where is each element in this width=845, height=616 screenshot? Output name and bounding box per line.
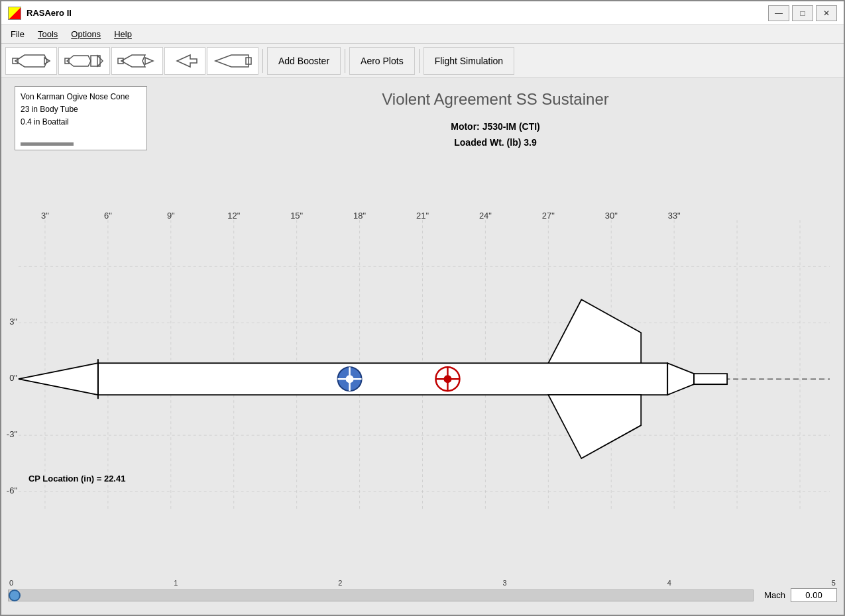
svg-text:-6": -6" (7, 486, 18, 495)
title-bar-left: RASAero II (8, 7, 72, 20)
nose-cone-button[interactable] (207, 47, 258, 75)
info-panel: Von Karman Ogive Nose Cone 23 in Body Tu… (1, 78, 844, 156)
svg-text:15": 15" (290, 211, 303, 221)
mach-label-4: 4 (667, 579, 671, 587)
title-bar: RASAero II — □ ✕ (1, 1, 844, 25)
slider-row: Mach 0.00 (8, 588, 837, 602)
svg-text:6": 6" (104, 211, 112, 221)
menu-options[interactable]: Options (64, 27, 107, 41)
menu-bar: File Tools Options Help (1, 25, 844, 44)
toolbar-separator (262, 49, 263, 73)
motor-line: Motor: J530-IM (CTI) (160, 119, 830, 135)
svg-text:0": 0" (9, 373, 17, 383)
svg-marker-49 (548, 395, 641, 458)
svg-text:27": 27" (542, 211, 555, 221)
minimize-button[interactable]: — (768, 5, 789, 21)
maximize-button[interactable]: □ (792, 5, 813, 21)
arrow-back-button[interactable] (164, 47, 205, 75)
rocket-name: Violent Agreement SS Sustainer (160, 90, 830, 109)
parts-list: Von Karman Ogive Nose Cone 23 in Body Tu… (15, 86, 147, 150)
menu-tools[interactable]: Tools (31, 27, 64, 41)
part-1: Von Karman Ogive Nose Cone (21, 91, 141, 103)
toolbar-separator-2 (345, 49, 345, 73)
motor-info: Motor: J530-IM (CTI) Loaded Wt. (lb) 3.9 (160, 119, 830, 151)
rocket-svg: 3" 6" 9" 12" 15" 18" 21" 24" 27" 30" 33"… (5, 156, 840, 575)
mach-label: Mach (764, 590, 785, 600)
add-booster-button[interactable]: Add Booster (267, 47, 341, 75)
svg-text:12": 12" (227, 211, 240, 221)
rocket-icon-1-button[interactable] (5, 47, 57, 75)
parts-divider (21, 142, 74, 146)
svg-text:30": 30" (605, 211, 618, 221)
flight-simulation-button[interactable]: Flight Simulation (423, 47, 515, 75)
aero-plots-button[interactable]: Aero Plots (349, 47, 415, 75)
rocket-icon-2-button[interactable] (58, 47, 110, 75)
svg-text:3": 3" (9, 317, 17, 327)
mach-label-1: 1 (174, 579, 178, 587)
svg-marker-8 (145, 58, 153, 64)
loaded-wt-line: Loaded Wt. (lb) 3.9 (160, 135, 830, 151)
svg-marker-0 (15, 55, 47, 67)
svg-text:-3": -3" (7, 429, 18, 439)
part-3: 0.4 in Boattail (21, 116, 141, 128)
svg-rect-51 (694, 374, 727, 384)
mach-label-5: 5 (832, 579, 836, 587)
svg-text:CP Location (in) = 22.41: CP Location (in) = 22.41 (28, 474, 125, 484)
svg-point-55 (346, 375, 354, 383)
rocket-icon-3-button[interactable] (111, 47, 163, 75)
svg-marker-50 (667, 363, 694, 395)
toolbar-separator-3 (419, 49, 420, 73)
mach-value: 0.00 (791, 588, 837, 602)
mach-label-3: 3 (503, 579, 507, 587)
mach-slider[interactable] (8, 590, 754, 601)
toolbar: Add Booster Aero Plots Flight Simulation (1, 44, 844, 78)
svg-text:24": 24" (479, 211, 492, 221)
svg-text:9": 9" (167, 211, 175, 221)
title-controls: — □ ✕ (768, 5, 837, 21)
menu-help[interactable]: Help (107, 27, 139, 41)
mach-label-2: 2 (338, 579, 342, 587)
svg-text:33": 33" (668, 211, 681, 221)
main-window: RASAero II — □ ✕ File Tools Options Help (0, 0, 845, 616)
slider-labels: 0 1 2 3 4 5 (8, 579, 837, 587)
window-title: RASAero II (27, 8, 72, 18)
svg-marker-3 (67, 56, 91, 66)
mach-label-0: 0 (9, 579, 13, 587)
svg-marker-7 (121, 55, 145, 67)
menu-file[interactable]: File (4, 27, 31, 41)
app-icon (8, 7, 21, 20)
svg-text:18": 18" (353, 211, 366, 221)
svg-rect-47 (98, 363, 667, 395)
part-2: 23 in Body Tube (21, 103, 141, 116)
rocket-title-area: Violent Agreement SS Sustainer Motor: J5… (160, 86, 830, 151)
main-content: Von Karman Ogive Nose Cone 23 in Body Tu… (1, 78, 844, 615)
svg-text:3": 3" (41, 211, 49, 221)
slider-container: 0 1 2 3 4 5 Mach 0.00 (8, 579, 837, 602)
drawing-area: 3" 6" 9" 12" 15" 18" 21" 24" 27" 30" 33"… (5, 156, 840, 575)
slider-area: 0 1 2 3 4 5 Mach 0.00 (1, 575, 844, 615)
close-button[interactable]: ✕ (816, 5, 837, 21)
svg-marker-48 (548, 299, 641, 363)
svg-point-59 (443, 375, 451, 383)
svg-marker-10 (177, 55, 197, 67)
svg-marker-11 (215, 55, 249, 67)
svg-text:21": 21" (416, 211, 429, 221)
